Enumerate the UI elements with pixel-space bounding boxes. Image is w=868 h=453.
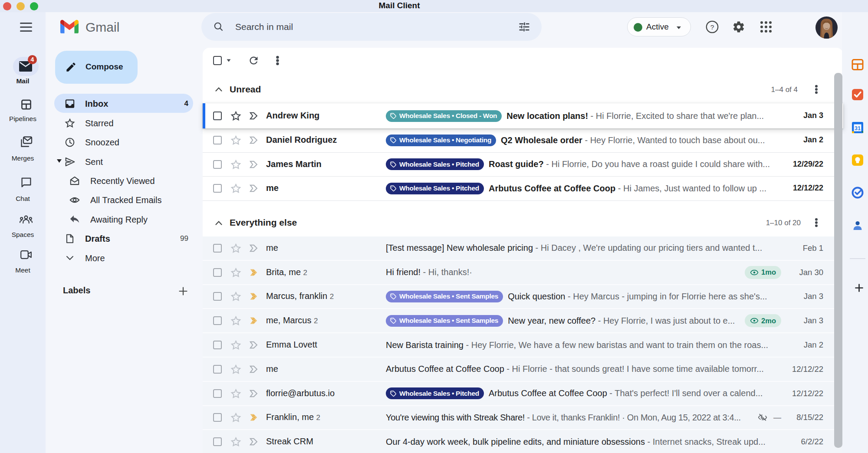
svg-text:31: 31	[855, 125, 861, 131]
svg-text:?: ?	[710, 23, 714, 31]
